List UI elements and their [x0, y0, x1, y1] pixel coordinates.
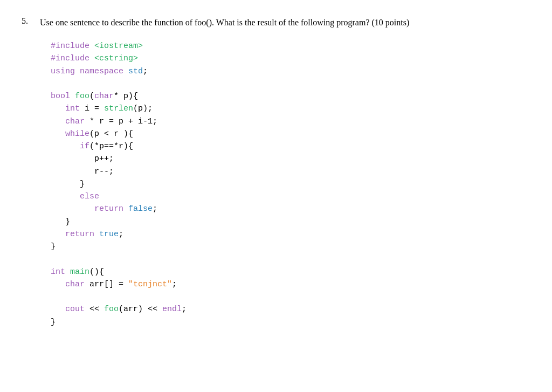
keyword: char: [94, 92, 114, 101]
code-line: #include <cstring>: [51, 52, 409, 65]
include-header: <cstring>: [94, 54, 138, 63]
keyword: return: [94, 204, 123, 214]
value: false: [128, 204, 153, 214]
keyword: using: [51, 67, 75, 76]
keyword: #include: [51, 54, 89, 63]
code-line-blank: [51, 291, 409, 303]
code-line: else: [51, 190, 409, 203]
code-line: r--;: [51, 166, 409, 178]
keyword: return: [65, 230, 94, 239]
keyword: char: [65, 280, 85, 289]
code-block: #include <iostream> #include <cstring> u…: [40, 40, 409, 328]
code-line: int main(){: [51, 266, 409, 278]
code-line: cout << foo(arr) << endl;: [51, 303, 409, 315]
code-line: return true;: [51, 228, 409, 240]
keyword: else: [80, 192, 99, 201]
keyword: int: [51, 267, 65, 277]
code-line: if(*p==*r){: [51, 140, 409, 153]
code-line: char arr[] = "tcnjnct";: [51, 278, 409, 291]
code-line: while(p < r ){: [51, 128, 409, 140]
keyword: endl: [162, 305, 182, 314]
code-line: return false;: [51, 203, 409, 215]
code-line: using namespace std;: [51, 65, 409, 78]
code-line-blank: [51, 78, 409, 90]
code-line-blank: [51, 253, 409, 265]
question-number: 5.: [22, 16, 34, 328]
code-line: int i = strlen(p);: [51, 102, 409, 115]
function-name: strlen: [104, 104, 133, 113]
keyword: namespace: [80, 67, 123, 76]
function-name: main: [70, 267, 89, 277]
keyword: #include: [51, 42, 89, 51]
question-container: 5. Use one sentence to describe the func…: [22, 16, 530, 328]
code-line: char * r = p + i-1;: [51, 115, 409, 128]
code-line: bool foo(char* p){: [51, 90, 409, 102]
code-line: }: [51, 240, 409, 253]
code-line: }: [51, 178, 409, 190]
keyword: if: [80, 142, 89, 151]
question-content: Use one sentence to describe the functio…: [40, 16, 409, 328]
keyword: char: [65, 117, 85, 126]
keyword: cout: [65, 305, 85, 314]
value: true: [99, 230, 119, 239]
keyword: while: [65, 129, 89, 139]
keyword: int: [65, 104, 80, 113]
code-line: #include <iostream>: [51, 40, 409, 52]
code-line: }: [51, 316, 409, 328]
question-text: Use one sentence to describe the functio…: [40, 16, 409, 29]
code-line: p++;: [51, 153, 409, 165]
string-literal: "tcnjnct": [128, 280, 172, 289]
value: std: [128, 67, 143, 76]
code-line: }: [51, 216, 409, 228]
function-name: foo: [104, 305, 119, 314]
include-header: <iostream>: [94, 42, 143, 51]
function-name: foo: [75, 92, 89, 101]
keyword: bool: [51, 92, 70, 101]
